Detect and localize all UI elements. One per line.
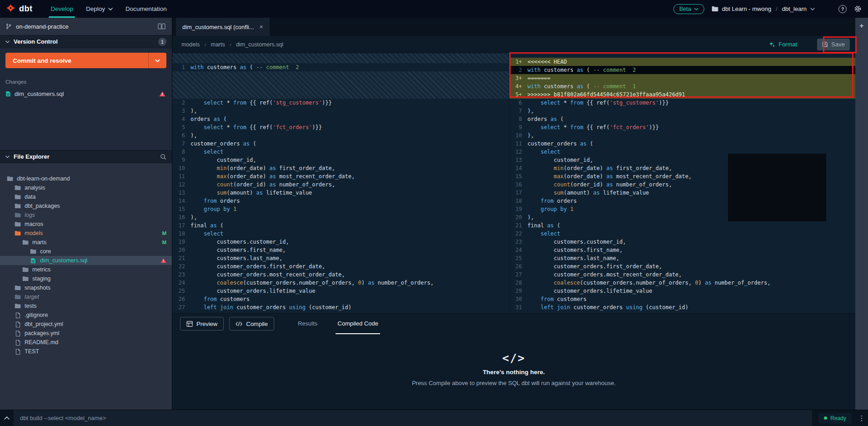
project-name: dbt_learn [782, 5, 807, 12]
tab-results[interactable]: Results [296, 313, 319, 334]
tree-item-data[interactable]: data [0, 192, 172, 201]
code-line-23: 23 customers.customer_id, [509, 238, 855, 246]
code-line-5: 5+>>>>>>> b81f802a66fd544504c65721e3ffaa… [509, 90, 855, 99]
tree-item-marts[interactable]: martsM [0, 238, 172, 247]
search-icon[interactable] [160, 154, 166, 160]
save-button[interactable]: Save [817, 39, 850, 50]
save-label: Save [831, 41, 845, 48]
tree-item-label: data [25, 194, 35, 200]
tree-item-dbt-learn-on-demand[interactable]: dbt-learn-on-demand [0, 174, 172, 183]
code-line-19: 19 group by 1 [509, 205, 855, 213]
workspace: dim_customers.sql (confli... × models › … [172, 18, 855, 410]
folder-icon [22, 240, 29, 245]
sidebar: on-demand-practice Version Control 1 Com… [0, 18, 172, 410]
close-icon[interactable]: × [260, 23, 263, 30]
help-icon[interactable]: ? [838, 5, 847, 13]
project-switcher[interactable]: dbt Learn - mwong / dbt_learn [712, 5, 815, 12]
tree-item-.gitignore[interactable]: .gitignore [0, 311, 172, 320]
file-explorer-header[interactable]: File Explorer [0, 150, 172, 163]
code-line-8: 8orders as ( [509, 115, 855, 123]
preview-button[interactable]: Preview [180, 317, 224, 331]
breadcrumb-marts[interactable]: marts [211, 41, 225, 48]
code-line-22: 22 customer_orders.first_order_date, [172, 262, 509, 271]
top-nav-right: Beta dbt Learn - mwong / dbt_learn ? [673, 4, 862, 14]
folder-icon [6, 176, 14, 181]
code-line-19: 19 customers.customer_id, [172, 238, 509, 246]
code-line-5: 5 select * from {{ ref('fct_orders')}} [172, 123, 509, 131]
code-line-17: 17final as ( [172, 221, 509, 230]
tree-item-macros[interactable]: macros [0, 220, 172, 229]
bottom-panel: Preview Compile Results Compiled Code </… [172, 313, 855, 410]
commit-button-label: Commit and resolve [5, 57, 148, 64]
code-line-6: 6 select * from {{ ref('stg_customers')}… [509, 99, 855, 107]
changed-file-row[interactable]: dim_customers.sql [5, 90, 166, 97]
tree-item-staging[interactable]: staging [0, 274, 172, 283]
tree-item-dim_customers.sql[interactable]: dim_customers.sql [0, 256, 172, 265]
nav-develop[interactable]: Develop [44, 0, 80, 18]
code-line-21: 21final as ( [509, 221, 855, 230]
dbt-logo[interactable]: dbt [5, 4, 32, 14]
editor-right-pane[interactable]: 1+<<<<<<< HEAD2with customers as ( -- co… [509, 53, 855, 313]
code-line-25: 25 customers.last_name, [509, 254, 855, 262]
tree-item-core[interactable]: core [0, 247, 172, 256]
code-line-26: 26 from customers [172, 295, 509, 303]
compile-button[interactable]: Compile [229, 317, 274, 331]
command-input[interactable]: dbt build --select <model_name> [14, 410, 812, 426]
tree-item-label: models [25, 230, 43, 236]
tree-item-dbt_packages[interactable]: dbt_packages [0, 201, 172, 210]
tree-item-label: staging [32, 276, 50, 282]
tree-item-README.md[interactable]: README.md [0, 338, 172, 347]
editor-left-pane[interactable]: 1with customers as ( -- comment 22 selec… [172, 53, 509, 313]
chevron-up-icon[interactable] [0, 416, 14, 420]
tab-compiled-code[interactable]: Compiled Code [336, 313, 380, 334]
settings-gear-icon[interactable] [854, 5, 862, 13]
breadcrumb-file[interactable]: dim_customers.sql [236, 41, 283, 48]
tree-item-target[interactable]: target [0, 292, 172, 301]
toolbar-actions: Format Save [769, 39, 853, 50]
code-line-32: 32) [509, 311, 855, 313]
tree-item-tests[interactable]: tests [0, 301, 172, 311]
git-branch-row[interactable]: on-demand-practice [0, 18, 172, 35]
tree-item-analysis[interactable]: analysis [0, 183, 172, 192]
code-line-10: 10), [509, 131, 855, 140]
chevron-down-icon [810, 8, 815, 10]
code-line-16: 16 count(order_id) as number_of_orders, [509, 180, 855, 189]
tree-item-label: dbt-learn-on-demand [17, 175, 70, 182]
tree-item-models[interactable]: modelsM [0, 229, 172, 238]
tree-item-metrics[interactable]: metrics [0, 265, 172, 274]
beta-badge[interactable]: Beta [673, 4, 704, 14]
nav-documentation[interactable]: Documentation [119, 0, 173, 18]
code-line-4: 4orders as ( [172, 115, 509, 123]
commit-and-resolve-button[interactable]: Commit and resolve [5, 53, 166, 68]
code-line-20: 20 customers.first_name, [172, 246, 509, 254]
tab-title: dim_customers.sql (confli... [182, 24, 254, 30]
tree-item-TEST[interactable]: TEST [0, 347, 172, 356]
code-line-22: 22 select [509, 230, 855, 238]
nav-deploy[interactable]: Deploy [80, 0, 119, 18]
code-line-2: 2 select * from {{ ref('stg_customers')}… [172, 99, 509, 107]
model-file-icon [5, 91, 11, 97]
code-line-29: 29 customer_orders.lifetime_value [509, 287, 855, 295]
kebab-menu-icon[interactable]: ⋮ [855, 414, 868, 422]
code-line-7: 7customer_orders as ( [172, 140, 509, 148]
commit-dropdown-chevron[interactable] [148, 53, 166, 68]
version-control-header[interactable]: Version Control 1 [0, 35, 172, 48]
tree-item-dbt_project.yml[interactable]: dbt_project.yml [0, 320, 172, 329]
main-nav: Develop Deploy Documentation [44, 0, 173, 18]
docs-panels-icon[interactable] [158, 23, 166, 30]
tab-dim-customers[interactable]: dim_customers.sql (confli... × [176, 18, 270, 36]
breadcrumb-models[interactable]: models [181, 41, 200, 48]
chevron-down-icon [5, 155, 10, 158]
file-icon [14, 349, 21, 355]
tree-item-label: macros [25, 221, 43, 227]
breadcrumb-separator: › [230, 41, 231, 48]
warning-icon [159, 91, 166, 97]
tree-item-packages.yml[interactable]: packages.yml [0, 329, 172, 338]
code-line-18: 18 select [172, 230, 509, 238]
format-button[interactable]: Format [769, 41, 797, 48]
right-rail: + [855, 18, 868, 410]
tree-item-snapshots[interactable]: snapshots [0, 283, 172, 292]
plus-icon[interactable]: + [859, 21, 864, 30]
code-line-13: 13 customer_id, [509, 156, 855, 164]
tree-item-logs[interactable]: logs [0, 210, 172, 220]
